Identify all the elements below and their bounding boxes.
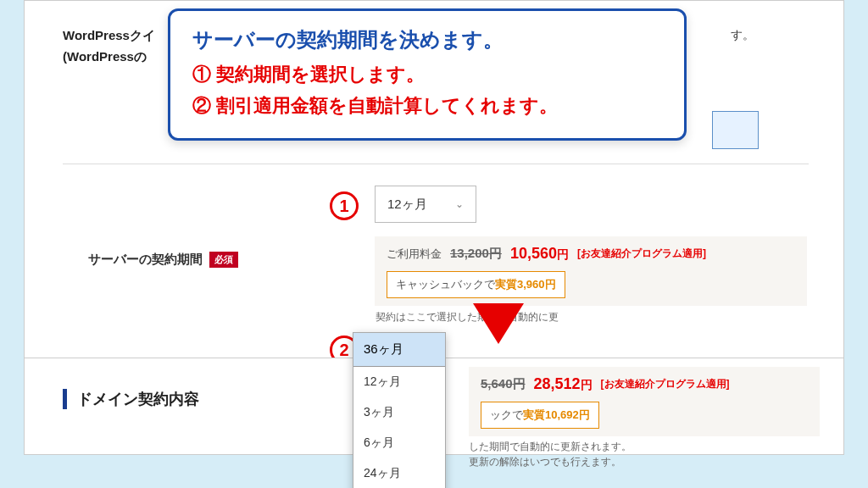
contract-period-select[interactable]: 12ヶ月 ⌄	[375, 186, 476, 223]
section-heading-domain: ドメイン契約内容	[63, 389, 199, 409]
cashback-badge-2: ックで実質10,692円	[481, 402, 599, 429]
callout-line2: ① 契約期間を選択します。	[192, 60, 662, 88]
dropdown-option[interactable]: 12ヶ月	[353, 367, 445, 397]
dropdown-option[interactable]: 6ヶ月	[353, 428, 445, 458]
callout-line3: ② 割引適用金額を自動計算してくれます。	[192, 92, 662, 119]
divider	[63, 164, 809, 164]
contract-period-label: サーバーの契約期間	[88, 252, 203, 268]
chevron-down-icon: ⌄	[455, 198, 464, 210]
wp-line1: WordPressクイ	[63, 28, 155, 44]
option-box[interactable]	[712, 111, 759, 149]
pricing-block-2: 5,640円 28,512円 [お友達紹介プログラム適用] ックで実質10,69…	[469, 367, 820, 436]
arrow-down-icon	[473, 303, 524, 344]
contract-period-label-block: サーバーの契約期間 必須	[88, 252, 238, 268]
fee-label: ご利用料金	[387, 247, 442, 262]
wordpress-heading: WordPressクイ (WordPressの	[63, 28, 155, 65]
promo-label-2: [お友達紹介プログラム適用]	[601, 377, 730, 391]
price-row-2: 5,640円 28,512円 [お友達紹介プログラム適用]	[481, 375, 808, 393]
discounted-price: 10,560	[510, 245, 557, 262]
price-row-1: ご利用料金 13,200円 10,560円 [お友達紹介プログラム適用]	[387, 245, 795, 263]
auto-renew-note-2: した期間で自動的に更新されます。 更新の解除はいつでも行えます。	[469, 439, 632, 469]
promo-label: [お友達紹介プログラム適用]	[577, 247, 706, 261]
dropdown-selected[interactable]: 36ヶ月	[353, 333, 445, 367]
auto-renew-note-1: 契約はここで選択した期間で自動的に更	[376, 310, 559, 324]
discounted-price-2: 28,512	[534, 375, 581, 392]
marker-1: 1	[330, 191, 359, 220]
dropdown-option[interactable]: 24ヶ月	[353, 458, 445, 488]
original-price-2: 5,640	[481, 376, 513, 391]
select-value: 12ヶ月	[387, 197, 427, 213]
wp-line2: (WordPressの	[63, 49, 155, 65]
period-dropdown: 36ヶ月 12ヶ月 3ヶ月 6ヶ月 24ヶ月 36ヶ月	[353, 332, 446, 488]
truncated-text: す。	[731, 28, 754, 43]
cashback-badge-1: キャッシュバックで実質3,960円	[387, 271, 565, 298]
pricing-block-1: ご利用料金 13,200円 10,560円 [お友達紹介プログラム適用] キャッ…	[375, 236, 807, 306]
required-badge: 必須	[209, 252, 238, 268]
callout-line1: サーバーの契約期間を決めます。	[192, 26, 662, 53]
original-price: 13,200	[450, 246, 489, 260]
dropdown-option[interactable]: 3ヶ月	[353, 397, 445, 428]
instruction-callout: サーバーの契約期間を決めます。 ① 契約期間を選択します。 ② 割引適用金額を自…	[168, 8, 687, 141]
